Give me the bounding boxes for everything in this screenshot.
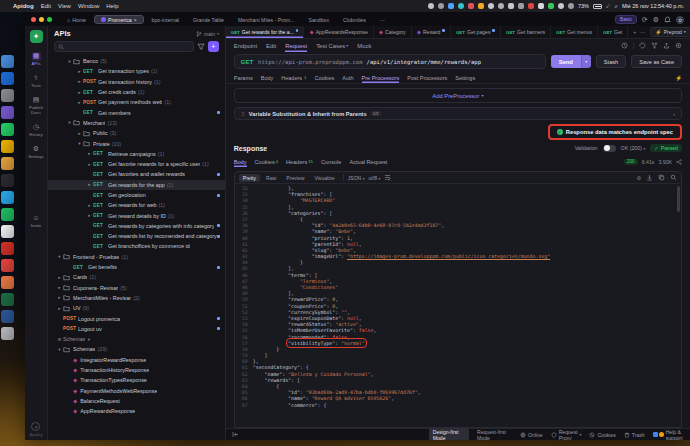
tree-request-get-members[interactable]: GETGet members [48, 107, 225, 117]
notifications-bell-icon[interactable] [664, 16, 671, 23]
paw-icon[interactable] [438, 3, 444, 9]
tree-folder-cuponera-revisar[interactable]: ▸Cuponera- Revisar(5) [48, 283, 225, 293]
user-avatar[interactable]: ✿ [676, 16, 684, 24]
more-tabs-button[interactable]: ⋯ [640, 29, 645, 35]
settings-gear-icon[interactable]: ⚙ [653, 16, 659, 23]
history-icon[interactable] [639, 42, 646, 49]
download-icon[interactable] [646, 174, 653, 181]
response-tab-actual-request[interactable]: Actual Request [349, 156, 387, 167]
doc-tab-reward[interactable]: ◈Reward [412, 26, 451, 38]
tree-schema-paymentmethodswebresponse[interactable]: ◈PaymentMethodsWebResponse [48, 386, 225, 396]
caret-right-icon[interactable]: ▸ [56, 295, 63, 300]
scrollbar-thumb[interactable] [677, 186, 680, 212]
caret-right-icon[interactable]: ▸ [86, 182, 93, 187]
caret-right-icon[interactable]: ▸ [76, 69, 83, 74]
dock-icon-system-settings[interactable] [1, 89, 14, 102]
tab-test-cases[interactable]: Test Cases▾ [316, 39, 348, 52]
wifi-icon[interactable]: ☄ [606, 3, 611, 9]
tree-request-get-transaction-types[interactable]: ▸GETGet transaction types(1) [48, 66, 225, 76]
tree-request-get-geolocation[interactable]: GETGet geolocation [48, 190, 225, 200]
refresh-icon[interactable]: ⟳ [642, 16, 648, 23]
doc-tab-get-banners[interactable]: GETGet banners [501, 26, 551, 38]
sidebar-item-publish-docs[interactable]: ▤Publish Docs [25, 96, 47, 116]
green-app-icon[interactable] [548, 3, 554, 9]
tree-request-get-rewards-for-web[interactable]: ▸GETGet rewards for web(1) [48, 200, 225, 210]
view-mode-pretty[interactable]: Pretty [239, 174, 260, 182]
statusbar-item-request-proxy[interactable]: Request Proxy▾ [551, 429, 582, 441]
menubar-app-name[interactable]: Apidog [13, 3, 34, 9]
blue-app-icon[interactable] [448, 3, 454, 9]
request-tab-params[interactable]: Params [234, 72, 253, 83]
tree-request-get-transaction-history[interactable]: ▸POSTGet transaction history(1) [48, 77, 225, 87]
settings-icon[interactable]: ⚙ [636, 174, 641, 181]
menubar-clock[interactable]: Mié 26 nov 12:54:40 p.m. [622, 3, 684, 9]
tree-folder-merchantmiles-revisar[interactable]: ▸MerchantMiles - Revisar(2) [48, 293, 225, 303]
validation-toggle[interactable] [603, 145, 616, 152]
caret-right-icon[interactable]: ▸ [76, 131, 83, 136]
tree-request-get-favorites-and-wallet-rewards[interactable]: GETGet favorites and wallet rewards [48, 169, 225, 179]
teal-app-icon[interactable] [458, 3, 464, 9]
dock-icon-finder[interactable] [1, 55, 14, 68]
zoom-window-button[interactable] [47, 17, 52, 22]
caret-right-icon[interactable]: ▸ [56, 275, 63, 280]
window-tab-promerica[interactable]: Promerica× [94, 15, 144, 24]
caret-right-icon[interactable]: ▸ [86, 203, 93, 208]
environment-selector[interactable]: ⚡Preprod▾ [650, 27, 690, 37]
new-tab-button[interactable]: + [633, 29, 636, 35]
apidog-logo[interactable]: ✦ [30, 30, 43, 43]
target-icon[interactable] [675, 42, 682, 49]
dock-icon-mission-control[interactable] [1, 106, 14, 119]
response-tab-headers[interactable]: Headers15 [286, 156, 313, 167]
window-tab-sandbox[interactable]: Sandbox [303, 15, 335, 24]
tree-request-get-branchoffices-by-commerce-id[interactable]: GETGet branchoffices by commerce id [48, 241, 225, 251]
window-tab-merchant-miles-prom-[interactable]: Merchant Miles - Prom... [232, 15, 301, 24]
tree-request-get-favorite-rewards-for-a-specific-user[interactable]: ▸GETGet favorite rewards for a specific … [48, 159, 225, 169]
add-new-button[interactable]: + [208, 41, 219, 52]
menubar-menu-help[interactable]: Help [106, 3, 118, 9]
caret-down-icon[interactable]: ▾ [66, 59, 73, 64]
mode-button-request-first-mode[interactable]: Request-first Mode [473, 428, 516, 441]
caret-right-icon[interactable]: ▸ [76, 90, 83, 95]
tree-request-logout-promerica[interactable]: POSTLogout promerica [48, 313, 225, 323]
doc-tab-category[interactable]: ◈Category [374, 26, 412, 38]
statusbar-item-help-support[interactable]: Help & support [653, 429, 684, 441]
dock-icon-chrome[interactable] [1, 140, 14, 153]
caret-down-icon[interactable]: ▾ [76, 141, 83, 146]
tree-schema-apprewardsresponse[interactable]: ◈AppRewardsResponse [48, 406, 225, 416]
fork-icon[interactable] [651, 42, 658, 49]
close-tab-icon[interactable]: × [134, 17, 137, 23]
dock-icon-postman[interactable] [1, 276, 14, 289]
screen-icon[interactable] [498, 3, 504, 9]
view-mode-preview[interactable]: Preview [282, 174, 308, 182]
window-tab-clubmiles[interactable]: Clubmiles [337, 15, 372, 24]
search-in-body-icon[interactable] [670, 174, 677, 181]
tree-folder-cards[interactable]: ▸Cards(1) [48, 272, 225, 282]
window-tab-bpo-internal[interactable]: bpo-internal [146, 15, 185, 24]
filter-funnel-icon[interactable] [197, 43, 205, 51]
caret-right-icon[interactable]: ▸ [56, 285, 63, 290]
response-tab-cookies[interactable]: Cookies4 [255, 156, 279, 167]
tree-request-get-rewards-list-by-recomended-and-category[interactable]: GETGet rewards list by recomended and ca… [48, 231, 225, 241]
tree-request-get-credit-cards[interactable]: ▸GETGet credit cards(1) [48, 87, 225, 97]
caret-down-icon[interactable]: ▾ [56, 254, 63, 259]
doc-tab-get-menus[interactable]: GETGet menus [551, 26, 598, 38]
dock-icon-whatsapp[interactable] [1, 123, 14, 136]
tree-request-get-benefits[interactable]: GETGet benefits [48, 262, 225, 272]
tree-request-logout-uv[interactable]: POSTLogout uv [48, 324, 225, 334]
doc-tab-apprewardsresponse[interactable]: ◈AppRewardsResponse [304, 26, 373, 38]
sidebar-item-settings[interactable]: ⚙Settings [25, 145, 47, 160]
tab-edit[interactable]: Edit [266, 39, 276, 52]
tree-schema-balancerequest[interactable]: ◈BalanceRequest [48, 396, 225, 406]
statusbar-item-online[interactable]: Online [520, 432, 543, 438]
tab-request[interactable]: Request [285, 39, 307, 52]
doc-tab-get-rewards-for-the-a-[interactable]: GETGet rewards for the a... [226, 26, 305, 38]
tab-overflow-button[interactable]: ⋯ [374, 15, 391, 24]
status-select[interactable]: OK (200) ▾ [621, 145, 646, 151]
statusbar-item-cookies[interactable]: Cookies [589, 432, 615, 438]
caret-right-icon[interactable]: ▸ [86, 213, 93, 218]
language-select[interactable]: JSON ▾ [348, 175, 365, 181]
search-field[interactable] [66, 44, 190, 50]
doc-tab-get-pages[interactable]: GETGet pages [451, 26, 501, 38]
dock-icon-word[interactable] [1, 310, 14, 323]
request-url[interactable]: https://api-prom.preprodppm.com/api/v1/i… [258, 59, 481, 65]
